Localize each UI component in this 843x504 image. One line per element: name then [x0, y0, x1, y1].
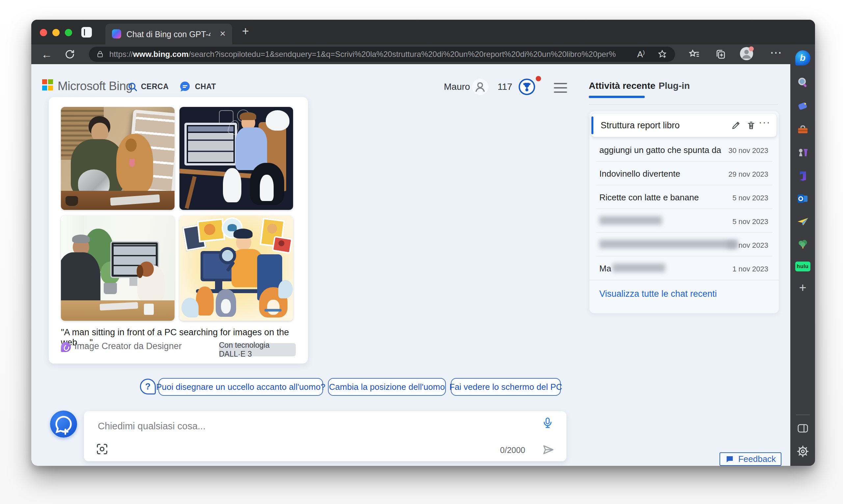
item-more-icon[interactable]: ··· [759, 116, 771, 128]
back-icon[interactable]: ← [41, 47, 52, 61]
redacted-label [613, 264, 665, 272]
browser-profile-avatar[interactable] [740, 47, 753, 60]
split-screen-icon[interactable] [797, 424, 808, 433]
visual-search-input-icon[interactable] [96, 443, 108, 455]
chat-item-date: 1 nov 2023 [732, 265, 768, 273]
chat-item-1[interactable]: aggiungi un gatto che spunta dallo sch 3… [589, 138, 779, 162]
drop-icon[interactable] [796, 215, 809, 227]
chat-item-4-redacted[interactable]: 5 nov 2023 [589, 209, 779, 233]
search-icon [127, 81, 138, 92]
chat-item-date: nov 2023 [738, 241, 768, 250]
user-name[interactable]: Mauro [444, 82, 470, 92]
tab-cerca[interactable]: CERCA [141, 82, 169, 91]
rewards-notification-dot [536, 76, 541, 81]
reload-icon[interactable] [64, 49, 75, 60]
chat-item-5-redacted[interactable]: nov 2023 [589, 233, 779, 256]
suggestion-chip-3[interactable]: Fai vedere lo schermo del PC [451, 378, 561, 396]
recent-activity-underline [589, 96, 645, 98]
redacted-label [599, 216, 662, 225]
rewards-points[interactable]: 117 [498, 82, 512, 92]
browser-menu-icon[interactable]: ⋯ [770, 46, 782, 59]
chat-item-label: Indovinello divertente [599, 169, 680, 179]
suggestion-chip-1[interactable]: Puoi disegnare un uccello accanto all'uo… [158, 378, 323, 396]
chat-item-6-redacted[interactable]: Ma 1 nov 2023 [589, 256, 779, 280]
edge-sidebar-rail: b hulu + [790, 44, 815, 466]
profile-notification-dot [749, 47, 754, 51]
delete-trash-icon[interactable] [746, 121, 756, 130]
chat-input[interactable] [97, 417, 536, 435]
lock-icon[interactable] [96, 50, 104, 58]
chat-item-2[interactable]: Indovinello divertente 29 nov 2023 [589, 162, 779, 185]
chat-item-3[interactable]: Ricette con latte e banane 5 nov 2023 [589, 185, 779, 209]
view-all-chats-link[interactable]: Visualizza tutte le chat recenti [599, 289, 717, 299]
toolbox-icon[interactable] [796, 123, 809, 136]
grow-a-tree-icon[interactable] [796, 238, 809, 250]
new-topic-button[interactable] [50, 411, 77, 437]
microsoft-logo-icon [42, 79, 53, 90]
read-aloud-icon[interactable]: A) [637, 49, 645, 59]
favorites-icon[interactable] [688, 48, 700, 60]
tab-chat[interactable]: CHAT [195, 82, 216, 91]
outlook-icon[interactable] [796, 193, 809, 205]
dalle-badge: Con tecnologia DALL·E 3 [219, 343, 296, 356]
panel-footer-divider [589, 280, 779, 280]
microsoft-365-icon[interactable] [796, 169, 809, 182]
microphone-icon[interactable] [541, 416, 554, 429]
collections-icon[interactable] [715, 48, 726, 60]
copilot-favicon-icon [112, 29, 121, 38]
chat-item-date: 30 nov 2023 [728, 146, 768, 155]
chat-item-date: 5 nov 2023 [732, 194, 768, 202]
visual-search-icon[interactable] [796, 76, 809, 89]
suggestion-chip-2[interactable]: Cambia la posizione dell'uomo [328, 378, 446, 396]
add-app-icon[interactable]: + [799, 281, 806, 295]
recent-chats-panel: Struttura report libro ··· aggiungi un g… [589, 111, 779, 313]
image-creator-icon [61, 342, 71, 352]
rewards-icon[interactable] [519, 79, 535, 95]
add-favorite-icon[interactable] [657, 49, 667, 59]
feedback-bubble-icon [725, 455, 734, 464]
tab-recent-activity[interactable]: Attività recente [589, 80, 655, 91]
generated-image-3[interactable] [61, 215, 174, 321]
address-bar[interactable]: https://www.bing.com/search?iscopilotedu… [89, 47, 675, 62]
feedback-button[interactable]: Feedback [720, 452, 781, 466]
chat-item-date: 29 nov 2023 [728, 170, 768, 179]
image-creator-attribution[interactable]: Image Creator da Designer [74, 341, 182, 352]
bing-brand[interactable]: Microsoft Bing [58, 79, 132, 93]
generated-image-2[interactable] [179, 107, 293, 210]
hamburger-menu-icon[interactable] [554, 83, 567, 96]
tab-plugin[interactable]: Plug-in [659, 80, 690, 91]
feedback-label: Feedback [738, 454, 776, 464]
chat-item-label: Ma [599, 264, 611, 274]
shopping-icon[interactable] [796, 100, 809, 112]
chat-input-card: 0/2000 [84, 411, 566, 461]
browser-tab[interactable]: Chat di Bing con GPT-4 × [105, 24, 232, 44]
help-bubble-icon[interactable]: ? [140, 379, 156, 394]
redacted-date-part [727, 241, 737, 248]
minimize-window-button[interactable] [52, 29, 59, 36]
browser-toolbar: ← https://www.bing.com/search?iscopilote… [31, 44, 790, 64]
generated-image-4[interactable] [179, 215, 293, 321]
vertical-tabs-icon[interactable] [81, 27, 92, 37]
active-chat-item[interactable]: Struttura report libro ··· [591, 114, 776, 137]
char-counter: 0/2000 [500, 446, 525, 455]
user-avatar[interactable] [472, 79, 488, 95]
sidebar-divider [589, 104, 778, 105]
chat-answer-card: "A man sitting in front of a PC searchin… [49, 97, 308, 363]
close-window-button[interactable] [40, 29, 47, 36]
settings-gear-icon[interactable] [796, 445, 809, 457]
bing-copilot-icon[interactable]: b [795, 50, 810, 66]
send-icon[interactable] [542, 444, 554, 456]
edit-pencil-icon[interactable] [731, 121, 741, 130]
hulu-icon[interactable]: hulu [795, 262, 810, 271]
active-item-label: Struttura report libro [601, 121, 680, 131]
tab-close-icon[interactable]: × [220, 28, 226, 39]
tab-title: Chat di Bing con GPT-4 [126, 30, 210, 39]
new-tab-button[interactable]: + [242, 24, 249, 38]
maximize-window-button[interactable] [65, 29, 72, 36]
games-icon[interactable] [796, 146, 809, 159]
rail-divider [796, 415, 810, 415]
generated-image-1[interactable] [61, 107, 174, 210]
url-text: https://www.bing.com/search?iscopilotedu… [109, 50, 617, 59]
browser-window: Chat di Bing con GPT-4 × + ← https://www… [31, 20, 815, 466]
chat-item-label: aggiungi un gatto che spunta dallo sch [599, 145, 721, 155]
